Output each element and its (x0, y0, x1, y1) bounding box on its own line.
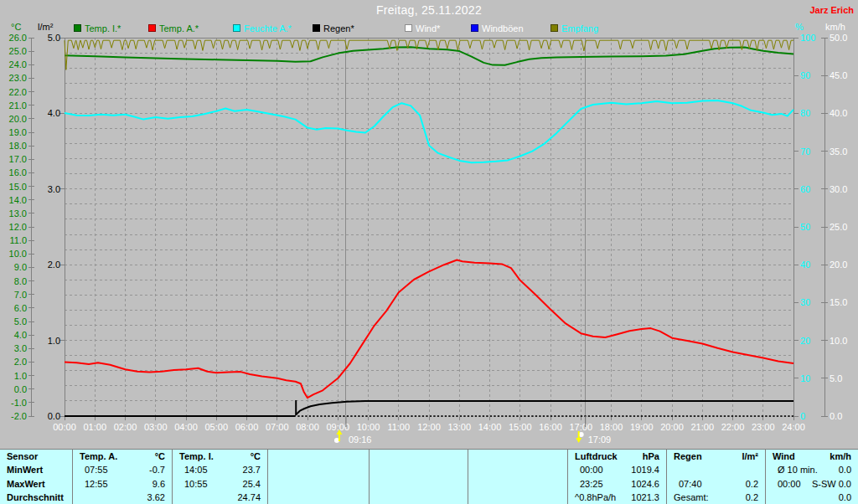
luftdruck-unit: hPa (643, 451, 659, 461)
svg-text:19:00: 19:00 (630, 422, 654, 432)
wind-max-value: S-SW 0.0 (812, 479, 851, 489)
stats-col-regen: Regenl/m² 07:400.2 Gesamt:0.2 (667, 450, 766, 504)
svg-text:14.0: 14.0 (9, 195, 27, 205)
wind-min-time: Ø 10 min. (773, 465, 818, 475)
wind-min-value: 0.0 (839, 465, 851, 475)
svg-text:5.0: 5.0 (14, 316, 27, 327)
axes: 26.025.024.023.022.021.020.019.018.017.0… (9, 33, 848, 432)
svg-text:15.0: 15.0 (9, 182, 27, 192)
svg-text:6.0: 6.0 (14, 303, 27, 313)
svg-text:19.0: 19.0 (9, 127, 27, 137)
svg-text:22.0: 22.0 (9, 87, 27, 97)
svg-text:04:00: 04:00 (174, 422, 198, 432)
svg-text:21:00: 21:00 (690, 422, 714, 432)
svg-text:13.0: 13.0 (9, 208, 27, 219)
temp-a-min-value: -0.7 (149, 465, 165, 475)
svg-text:21.0: 21.0 (9, 100, 27, 111)
temp-i-unit: °C (251, 451, 261, 461)
svg-text:09:16: 09:16 (349, 435, 372, 445)
svg-text:18:00: 18:00 (600, 422, 623, 432)
svg-text:1.0: 1.0 (14, 371, 27, 381)
series-regen (296, 401, 793, 414)
svg-text:11:00: 11:00 (387, 422, 410, 432)
svg-text:10:00: 10:00 (357, 422, 380, 432)
stats-col-empty-3 (468, 450, 568, 504)
svg-text:10.0: 10.0 (830, 336, 847, 346)
svg-text:2.0: 2.0 (48, 260, 60, 270)
stats-col-rowheaders: Sensor MinWert MaxWert Durchschnitt (0, 450, 73, 504)
svg-text:90: 90 (800, 70, 810, 80)
svg-text:10: 10 (800, 373, 810, 383)
svg-text:11.0: 11.0 (9, 235, 27, 245)
svg-text:25.0: 25.0 (830, 222, 847, 232)
svg-text:02:00: 02:00 (114, 422, 137, 432)
svg-text:50: 50 (800, 222, 810, 232)
temp-i-max-value: 25.4 (243, 479, 261, 489)
svg-text:20:00: 20:00 (660, 422, 684, 432)
svg-text:80: 80 (800, 108, 810, 118)
temp-a-avg-value: 3.62 (147, 492, 165, 502)
svg-text:22:00: 22:00 (721, 422, 745, 432)
svg-text:13:00: 13:00 (447, 422, 471, 432)
temp-i-avg-value: 24.74 (237, 492, 261, 502)
svg-text:40.0: 40.0 (830, 108, 847, 118)
wind-avg-value: 0.0 (839, 492, 851, 502)
svg-text:0.0: 0.0 (830, 411, 842, 421)
svg-text:20.0: 20.0 (9, 114, 27, 124)
svg-text:12:00: 12:00 (417, 422, 441, 432)
row-header-minwert: MinWert (7, 465, 43, 475)
svg-text:17.0: 17.0 (9, 154, 27, 164)
svg-text:24.0: 24.0 (9, 59, 27, 69)
svg-text:17:09: 17:09 (588, 435, 612, 445)
svg-text:4.0: 4.0 (14, 330, 27, 340)
stats-col-empty-2 (370, 450, 468, 504)
row-header-maxwert: MaxWert (7, 479, 45, 489)
svg-text:20: 20 (800, 336, 810, 346)
svg-text:-1.0: -1.0 (11, 398, 27, 408)
svg-text:0.0: 0.0 (14, 384, 27, 394)
svg-text:23.0: 23.0 (9, 73, 27, 83)
weather-chart: 26.025.024.023.022.021.020.019.018.017.0… (0, 0, 858, 504)
luftdruck-min-value: 1019.4 (631, 465, 659, 475)
regen-name: Regen (674, 451, 702, 461)
weather-station-window: Freitag, 25.11.2022 Jarz Erich °C l/m² %… (0, 0, 858, 504)
svg-text:23:00: 23:00 (752, 422, 775, 432)
svg-text:03:00: 03:00 (144, 422, 168, 432)
svg-text:30.0: 30.0 (830, 184, 847, 194)
svg-text:1.0: 1.0 (48, 336, 60, 346)
svg-text:40: 40 (800, 260, 810, 270)
svg-text:5.0: 5.0 (48, 33, 60, 43)
svg-text:0: 0 (800, 411, 805, 421)
regen-max-value: 0.2 (746, 479, 758, 489)
svg-text:18.0: 18.0 (9, 141, 27, 151)
regen-unit: l/m² (742, 451, 758, 461)
regen-avg-label: Gesamt: (674, 492, 709, 502)
svg-text:05:00: 05:00 (204, 422, 228, 432)
luftdruck-name: Luftdruck (575, 451, 618, 461)
svg-text:8.0: 8.0 (14, 276, 27, 286)
svg-text:07:00: 07:00 (266, 422, 289, 432)
gridlines (65, 38, 793, 416)
temp-i-max-time: 10:55 (179, 479, 208, 489)
luftdruck-avg-value: 1021.3 (631, 492, 659, 502)
svg-text:16.0: 16.0 (9, 167, 27, 177)
temp-a-unit: °C (155, 451, 165, 461)
svg-text:70: 70 (800, 147, 810, 157)
stats-col-temp-a: Temp. A.°C 07:55-0.7 12:559.6 3.62 (73, 450, 173, 504)
temp-a-min-time: 07:55 (80, 465, 108, 475)
svg-text:01:00: 01:00 (83, 422, 106, 432)
svg-text:15:00: 15:00 (509, 422, 532, 432)
svg-text:35.0: 35.0 (830, 147, 847, 157)
temp-i-min-value: 23.7 (243, 465, 261, 475)
temp-a-max-time: 12:55 (80, 479, 108, 489)
svg-text:45.0: 45.0 (830, 70, 847, 80)
svg-text:00:00: 00:00 (53, 422, 76, 432)
svg-text:3.0: 3.0 (14, 343, 27, 353)
temp-a-name: Temp. A. (80, 451, 117, 461)
svg-text:9.0: 9.0 (14, 262, 27, 272)
stats-col-luftdruck: LuftdruckhPa 00:001019.4 23:251024.6 ^0.… (568, 450, 667, 504)
wind-name: Wind (773, 451, 795, 461)
regen-max-time: 07:40 (674, 479, 702, 489)
wind-unit: km/h (830, 451, 851, 461)
row-header-sensor: Sensor (7, 451, 38, 461)
